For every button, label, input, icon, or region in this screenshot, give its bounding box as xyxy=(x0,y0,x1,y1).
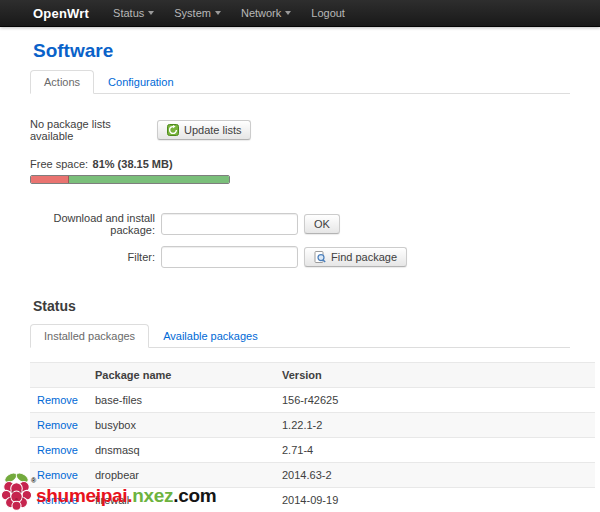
download-install-input[interactable] xyxy=(161,213,298,235)
ok-button[interactable]: OK xyxy=(304,214,340,234)
column-header-package-name: Package name xyxy=(88,363,275,388)
table-row: Remove base-files 156-r42625 xyxy=(30,388,595,413)
nav-item-label: Status xyxy=(113,7,144,19)
table-header-row: Package name Version xyxy=(30,363,595,388)
nav-item-label: Network xyxy=(241,7,281,19)
package-version: 1.22.1-2 xyxy=(275,413,595,438)
free-space-value: 81% (38.15 MB) xyxy=(93,158,173,170)
remove-link[interactable]: Remove xyxy=(37,394,78,406)
filter-input[interactable] xyxy=(161,246,298,268)
package-name: firewall xyxy=(88,488,275,512)
nav-item-label: Logout xyxy=(311,7,345,19)
column-header-version: Version xyxy=(275,363,595,388)
nav-item-network[interactable]: Network xyxy=(231,7,301,19)
find-package-label: Find package xyxy=(331,251,397,263)
ok-button-label: OK xyxy=(314,218,330,230)
tab-configuration[interactable]: Configuration xyxy=(94,70,187,94)
update-lists-label: Update lists xyxy=(184,124,241,136)
column-header-action xyxy=(30,363,88,388)
package-version: 2.71-4 xyxy=(275,438,595,463)
free-space-progressbar xyxy=(30,175,230,184)
installed-packages-table: Package name Version Remove base-files 1… xyxy=(30,362,595,512)
package-version: 156-r42625 xyxy=(275,388,595,413)
download-install-row: Download and install package: OK xyxy=(30,212,570,236)
chevron-down-icon xyxy=(215,11,221,15)
reload-icon xyxy=(167,124,179,136)
nav-item-system[interactable]: System xyxy=(164,7,231,19)
package-name: dropbear xyxy=(88,463,275,488)
filter-label: Filter: xyxy=(30,251,155,263)
free-space-label: Free space: xyxy=(30,158,88,170)
download-install-label: Download and install package: xyxy=(30,212,155,236)
openwrt-brand[interactable]: OpenWrt xyxy=(33,6,89,21)
status-tabs: Installed packages Available packages xyxy=(30,324,570,348)
chevron-down-icon xyxy=(285,11,291,15)
nav-item-status[interactable]: Status xyxy=(103,7,164,19)
table-row: Remove busybox 1.22.1-2 xyxy=(30,413,595,438)
openwrt-software-page: OpenWrt Status System Network Logout Sof… xyxy=(0,0,600,512)
status-heading: Status xyxy=(33,298,570,314)
package-name: base-files xyxy=(88,388,275,413)
chevron-down-icon xyxy=(148,11,154,15)
top-navbar: OpenWrt Status System Network Logout xyxy=(0,0,600,27)
free-space-section: Free space: 81% (38.15 MB) xyxy=(30,154,570,184)
nav-item-logout[interactable]: Logout xyxy=(301,7,355,19)
tab-installed-packages[interactable]: Installed packages xyxy=(30,324,149,348)
package-version: 2014-09-19 xyxy=(275,488,595,512)
find-package-icon xyxy=(314,251,326,263)
page-title: Software xyxy=(33,40,570,62)
table-row: Remove dnsmasq 2.71-4 xyxy=(30,438,595,463)
remove-link[interactable]: Remove xyxy=(37,419,78,431)
table-row: Remove firewall 2014-09-19 xyxy=(30,488,595,512)
find-package-button[interactable]: Find package xyxy=(304,247,407,267)
remove-link[interactable]: Remove xyxy=(37,469,78,481)
update-lists-button[interactable]: Update lists xyxy=(157,120,251,140)
remove-link[interactable]: Remove xyxy=(37,444,78,456)
package-name: busybox xyxy=(88,413,275,438)
package-name: dnsmasq xyxy=(88,438,275,463)
remove-link[interactable]: Remove xyxy=(37,494,78,506)
tab-available-packages[interactable]: Available packages xyxy=(149,324,272,348)
tab-actions[interactable]: Actions xyxy=(30,70,94,94)
used-space-bar xyxy=(31,176,69,183)
software-tabs: Actions Configuration xyxy=(30,70,570,94)
filter-row: Filter: Find package xyxy=(30,246,570,268)
free-space-bar xyxy=(69,176,229,183)
nav-item-label: System xyxy=(174,7,211,19)
package-lists-row: No package lists available Update lists xyxy=(30,118,570,142)
no-package-lists-message: No package lists available xyxy=(30,118,157,142)
package-version: 2014.63-2 xyxy=(275,463,595,488)
table-row: Remove dropbear 2014.63-2 xyxy=(30,463,595,488)
package-forms: Download and install package: OK Filter:… xyxy=(30,212,570,268)
